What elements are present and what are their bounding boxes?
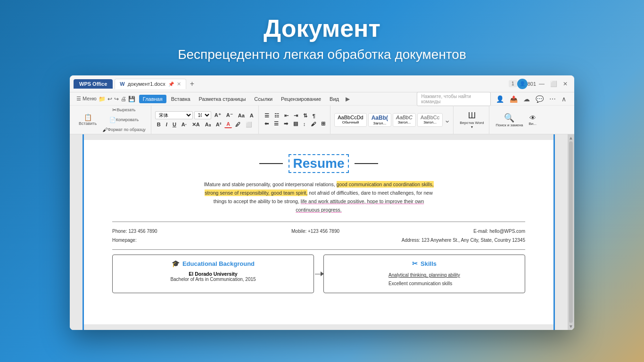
doc-page: Resume IMature and stable personality, g…	[84, 140, 553, 324]
insert-icon: 📋	[84, 114, 92, 121]
font-controls: 宋体 10 A⁺ A⁻ Aa A B I U A·	[155, 111, 256, 128]
email-field: E-mail: hello@WPS.com	[473, 229, 525, 234]
indent-right-button[interactable]: ⇥	[292, 112, 300, 119]
font-row-1: 宋体 10 A⁺ A⁻ Aa A	[155, 111, 256, 119]
find-button[interactable]: 🔍 Поиск и замена	[493, 111, 525, 129]
share-icon[interactable]: 📤	[508, 94, 519, 104]
comment-icon[interactable]: 💬	[534, 94, 545, 104]
resume-title: Resume	[112, 154, 525, 173]
underline-1: life and work attitude positive, hope to…	[301, 198, 424, 204]
menu-insert[interactable]: Вставка	[167, 95, 194, 103]
format-painter-button[interactable]: 🖌 Формат по образцу	[100, 125, 148, 134]
skills-column: ✂ Skills Analytical thinking, planning a…	[323, 255, 525, 293]
font-group: 宋体 10 A⁺ A⁻ Aa A B I U A·	[152, 106, 259, 134]
wordart-group: Ш Верстка Word ▾	[454, 106, 489, 134]
menu-layout[interactable]: Разметка страницы	[195, 95, 250, 103]
insert-button[interactable]: 📋 Вставить	[76, 112, 99, 128]
menu-references[interactable]: Ссылки	[250, 95, 276, 103]
collapse-icon[interactable]: ∧	[560, 94, 568, 104]
scrollbar[interactable]: ▲ ▼	[568, 134, 574, 330]
close-tab-icon[interactable]: ✕	[177, 81, 181, 87]
pin-icon[interactable]: 📌	[168, 82, 174, 87]
cloud-icon[interactable]: ☁	[522, 94, 531, 104]
more-icon[interactable]: ⋯	[548, 94, 557, 104]
superscript-button[interactable]: A²	[214, 121, 223, 128]
find-group: 🔍 Поиск и замена 👁 Ви...	[490, 106, 542, 134]
style-items: AaBbCcDd Обычный AaBb( Загол... AaBbC За…	[334, 113, 450, 127]
align-left-button[interactable]: ⬅	[263, 120, 271, 127]
tab-wps[interactable]: WPS Office	[74, 79, 113, 89]
highlight-button[interactable]: ✕A	[190, 121, 202, 128]
align-right-button[interactable]: ➡	[282, 120, 290, 127]
hamburger-menu[interactable]: ☰ Меню	[76, 96, 97, 102]
minimize-button[interactable]: —	[536, 80, 547, 88]
menu-view[interactable]: Вид	[326, 95, 343, 103]
ribbon: ☰ Меню 📁 ↩ ↪ 🖨 💾 Главная Вставка Разметк…	[70, 92, 574, 134]
undo-icon[interactable]: ↩	[107, 96, 112, 102]
subscript-button[interactable]: A₂	[203, 121, 213, 128]
view-icon: 👁	[529, 114, 536, 122]
indent-left-button[interactable]: ⇤	[282, 112, 290, 119]
scroll-down-icon[interactable]: ▼	[569, 324, 573, 329]
scroll-up-icon[interactable]: ▲	[569, 135, 573, 140]
strikethrough-button[interactable]: A·	[180, 121, 189, 128]
section-divider	[112, 249, 525, 250]
style-normal[interactable]: AaBbCcDd Обычный	[334, 113, 366, 127]
menu-bar: ☰ Меню 📁 ↩ ↪ 🖨 💾 Главная Вставка Разметк…	[70, 92, 574, 106]
skills-heading: ✂ Skills	[412, 260, 437, 267]
new-tab-button[interactable]: +	[186, 80, 198, 88]
copy-label: Копировать	[116, 117, 139, 123]
cut-button[interactable]: ✂ Вырезать	[100, 106, 148, 115]
highlight-color-button[interactable]: 🖊	[233, 121, 242, 128]
bold-button[interactable]: B	[155, 121, 163, 128]
font-name-select[interactable]: 宋体	[155, 111, 193, 119]
shading-button[interactable]: 🖌	[309, 121, 318, 127]
font-color-button[interactable]: A	[224, 121, 232, 128]
address-field: Address: 123 Anywhere St., Any City, Sta…	[402, 238, 525, 243]
align-center-button[interactable]: ☰	[272, 120, 281, 127]
maximize-button[interactable]: ⬜	[547, 80, 560, 88]
show-marks-button[interactable]: ¶	[311, 113, 317, 119]
close-button[interactable]: ✕	[560, 80, 570, 88]
style-heading3[interactable]: AaBbCc Загол...	[417, 113, 443, 127]
page-title: Документ	[264, 14, 380, 42]
wordart-button[interactable]: Ш Верстка Word ▾	[457, 109, 486, 131]
numbering-button[interactable]: ☷	[272, 112, 281, 119]
user-icon[interactable]: 👤	[495, 94, 505, 104]
font-grow-icon[interactable]: A⁺	[213, 112, 223, 119]
italic-button[interactable]: I	[164, 121, 169, 128]
sort-button[interactable]: ⇅	[301, 112, 309, 119]
homepage-field: Homepage:	[112, 238, 137, 243]
copy-button[interactable]: 📄 Копировать	[100, 115, 148, 124]
wordart-label: Верстка Word	[460, 121, 484, 125]
skills-heading-text: Skills	[421, 260, 437, 267]
view-button[interactable]: 👁 Ви...	[527, 113, 539, 127]
quick-access: ☰ Меню 📁 ↩ ↪ 🖨 💾	[74, 96, 138, 102]
font-clear-icon[interactable]: A	[248, 112, 256, 119]
font-size-select[interactable]: 10	[194, 111, 211, 119]
open-icon[interactable]: 📁	[99, 96, 106, 102]
borders-button[interactable]: ⊞	[319, 120, 327, 127]
justify-button[interactable]: ▤	[291, 120, 300, 127]
cut-icon: ✂	[112, 107, 116, 113]
bullets-button[interactable]: ☰	[263, 112, 271, 119]
line-spacing-button[interactable]: ↕	[301, 121, 308, 127]
tab-document[interactable]: W документ1.docx 📌 ✕	[115, 79, 186, 89]
print-icon[interactable]: 🖨	[121, 96, 126, 102]
border-button[interactable]: ⬜	[244, 121, 254, 128]
left-line	[259, 163, 283, 164]
underline-button[interactable]: U	[171, 121, 178, 128]
styles-expand-icon[interactable]: ⌄	[444, 115, 450, 124]
search-bar[interactable]: Нажмите, чтобы найти команды	[417, 92, 491, 106]
style-heading1[interactable]: AaBb( Загол...	[368, 113, 391, 127]
phone-field: Phone: 123 456 7890	[112, 229, 157, 234]
highlight-1: good communication and coordination skil…	[337, 181, 434, 188]
menu-review[interactable]: Рецензирование	[277, 95, 325, 103]
font-shrink-icon[interactable]: A⁻	[224, 112, 235, 119]
expand-icon[interactable]: ▶	[346, 96, 350, 102]
redo-icon[interactable]: ↪	[114, 96, 119, 102]
font-aa-icon[interactable]: Aa	[236, 112, 247, 119]
style-heading2[interactable]: AaBbC Загол...	[393, 113, 416, 127]
menu-home[interactable]: Главная	[139, 95, 166, 103]
save-icon[interactable]: 💾	[128, 96, 135, 102]
